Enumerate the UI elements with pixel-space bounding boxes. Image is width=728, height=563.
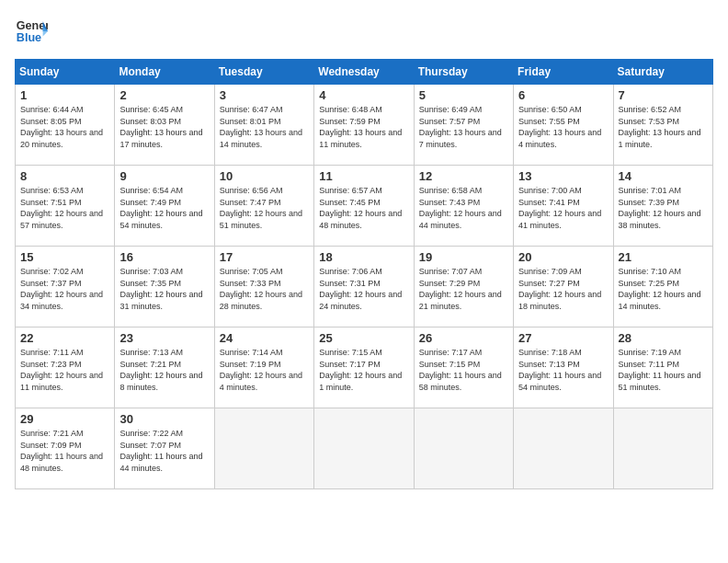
day-cell: 29 Sunrise: 7:21 AM Sunset: 7:09 PM Dayl…	[16, 408, 115, 489]
day-info: Sunrise: 6:54 AM Sunset: 7:49 PM Dayligh…	[119, 185, 209, 231]
day-number: 20	[518, 250, 608, 264]
day-number: 28	[619, 331, 708, 345]
day-info: Sunrise: 7:00 AM Sunset: 7:41 PM Dayligh…	[518, 185, 608, 231]
day-info: Sunrise: 7:15 AM Sunset: 7:17 PM Dayligh…	[319, 347, 408, 393]
day-info: Sunrise: 6:47 AM Sunset: 8:01 PM Dayligh…	[220, 104, 309, 150]
day-cell: 9 Sunrise: 6:54 AM Sunset: 7:49 PM Dayli…	[115, 166, 214, 247]
day-info: Sunrise: 7:09 AM Sunset: 7:27 PM Dayligh…	[518, 266, 608, 312]
day-number: 17	[220, 250, 309, 264]
day-info: Sunrise: 7:17 AM Sunset: 7:15 PM Dayligh…	[419, 347, 508, 393]
day-info: Sunrise: 7:10 AM Sunset: 7:25 PM Dayligh…	[619, 266, 708, 312]
day-cell: 4 Sunrise: 6:48 AM Sunset: 7:59 PM Dayli…	[314, 85, 414, 166]
header-sunday: Sunday	[16, 60, 115, 85]
page-header: General Blue	[15, 15, 713, 48]
day-info: Sunrise: 7:01 AM Sunset: 7:39 PM Dayligh…	[619, 185, 708, 231]
day-number: 12	[419, 169, 508, 183]
day-cell: 8 Sunrise: 6:53 AM Sunset: 7:51 PM Dayli…	[16, 166, 115, 247]
day-number: 6	[518, 88, 608, 102]
day-number: 16	[119, 250, 209, 264]
day-number: 3	[220, 88, 309, 102]
day-number: 19	[419, 250, 508, 264]
day-number: 9	[119, 169, 209, 183]
day-cell: 16 Sunrise: 7:03 AM Sunset: 7:35 PM Dayl…	[115, 247, 214, 327]
week-row-4: 29 Sunrise: 7:21 AM Sunset: 7:09 PM Dayl…	[16, 408, 713, 489]
day-info: Sunrise: 7:07 AM Sunset: 7:29 PM Dayligh…	[419, 266, 508, 312]
day-number: 5	[419, 88, 508, 102]
day-cell: 10 Sunrise: 6:56 AM Sunset: 7:47 PM Dayl…	[214, 166, 313, 247]
day-cell: 24 Sunrise: 7:14 AM Sunset: 7:19 PM Dayl…	[214, 327, 313, 408]
day-cell: 6 Sunrise: 6:50 AM Sunset: 7:55 PM Dayli…	[514, 85, 613, 166]
day-number: 8	[20, 169, 109, 183]
week-row-0: 1 Sunrise: 6:44 AM Sunset: 8:05 PM Dayli…	[16, 85, 713, 166]
day-info: Sunrise: 6:45 AM Sunset: 8:03 PM Dayligh…	[119, 104, 209, 150]
day-cell: 3 Sunrise: 6:47 AM Sunset: 8:01 PM Dayli…	[214, 85, 313, 166]
header-thursday: Thursday	[414, 60, 513, 85]
day-info: Sunrise: 7:21 AM Sunset: 7:09 PM Dayligh…	[20, 428, 109, 474]
calendar-table: SundayMondayTuesdayWednesdayThursdayFrid…	[15, 59, 713, 489]
day-info: Sunrise: 7:13 AM Sunset: 7:21 PM Dayligh…	[119, 347, 209, 393]
header-wednesday: Wednesday	[314, 60, 414, 85]
day-info: Sunrise: 6:52 AM Sunset: 7:53 PM Dayligh…	[619, 104, 708, 150]
day-number: 29	[20, 412, 109, 426]
day-cell: 21 Sunrise: 7:10 AM Sunset: 7:25 PM Dayl…	[613, 247, 712, 327]
day-cell: 30 Sunrise: 7:22 AM Sunset: 7:07 PM Dayl…	[115, 408, 214, 489]
day-number: 7	[619, 88, 708, 102]
day-cell: 11 Sunrise: 6:57 AM Sunset: 7:45 PM Dayl…	[314, 166, 414, 247]
day-number: 26	[419, 331, 508, 345]
day-number: 14	[619, 169, 708, 183]
day-info: Sunrise: 6:56 AM Sunset: 7:47 PM Dayligh…	[220, 185, 309, 231]
day-cell: 28 Sunrise: 7:19 AM Sunset: 7:11 PM Dayl…	[613, 327, 712, 408]
header-row: SundayMondayTuesdayWednesdayThursdayFrid…	[16, 60, 713, 85]
day-info: Sunrise: 7:22 AM Sunset: 7:07 PM Dayligh…	[119, 428, 209, 474]
day-cell: 2 Sunrise: 6:45 AM Sunset: 8:03 PM Dayli…	[115, 85, 214, 166]
day-cell: 15 Sunrise: 7:02 AM Sunset: 7:37 PM Dayl…	[16, 247, 115, 327]
day-info: Sunrise: 6:58 AM Sunset: 7:43 PM Dayligh…	[419, 185, 508, 231]
day-cell: 23 Sunrise: 7:13 AM Sunset: 7:21 PM Dayl…	[115, 327, 214, 408]
day-cell	[613, 408, 712, 489]
day-cell: 7 Sunrise: 6:52 AM Sunset: 7:53 PM Dayli…	[613, 85, 712, 166]
day-cell: 18 Sunrise: 7:06 AM Sunset: 7:31 PM Dayl…	[314, 247, 414, 327]
day-cell: 27 Sunrise: 7:18 AM Sunset: 7:13 PM Dayl…	[514, 327, 613, 408]
day-number: 25	[319, 331, 408, 345]
day-number: 24	[220, 331, 309, 345]
day-info: Sunrise: 6:50 AM Sunset: 7:55 PM Dayligh…	[518, 104, 608, 150]
day-cell	[314, 408, 414, 489]
day-cell	[514, 408, 613, 489]
day-number: 15	[20, 250, 109, 264]
day-number: 22	[20, 331, 109, 345]
day-info: Sunrise: 6:57 AM Sunset: 7:45 PM Dayligh…	[319, 185, 408, 231]
day-info: Sunrise: 7:03 AM Sunset: 7:35 PM Dayligh…	[119, 266, 209, 312]
day-cell: 25 Sunrise: 7:15 AM Sunset: 7:17 PM Dayl…	[314, 327, 414, 408]
day-number: 4	[319, 88, 408, 102]
day-number: 21	[619, 250, 708, 264]
day-info: Sunrise: 7:18 AM Sunset: 7:13 PM Dayligh…	[518, 347, 608, 393]
day-info: Sunrise: 7:19 AM Sunset: 7:11 PM Dayligh…	[619, 347, 708, 393]
day-cell: 20 Sunrise: 7:09 AM Sunset: 7:27 PM Dayl…	[514, 247, 613, 327]
header-saturday: Saturday	[613, 60, 712, 85]
day-cell: 17 Sunrise: 7:05 AM Sunset: 7:33 PM Dayl…	[214, 247, 313, 327]
day-number: 27	[518, 331, 608, 345]
day-info: Sunrise: 7:05 AM Sunset: 7:33 PM Dayligh…	[220, 266, 309, 312]
day-cell: 19 Sunrise: 7:07 AM Sunset: 7:29 PM Dayl…	[414, 247, 513, 327]
day-cell: 5 Sunrise: 6:49 AM Sunset: 7:57 PM Dayli…	[414, 85, 513, 166]
day-info: Sunrise: 7:11 AM Sunset: 7:23 PM Dayligh…	[20, 347, 109, 393]
header-friday: Friday	[514, 60, 613, 85]
day-number: 1	[20, 88, 109, 102]
week-row-2: 15 Sunrise: 7:02 AM Sunset: 7:37 PM Dayl…	[16, 247, 713, 327]
day-cell: 12 Sunrise: 6:58 AM Sunset: 7:43 PM Dayl…	[414, 166, 513, 247]
week-row-3: 22 Sunrise: 7:11 AM Sunset: 7:23 PM Dayl…	[16, 327, 713, 408]
day-cell: 22 Sunrise: 7:11 AM Sunset: 7:23 PM Dayl…	[16, 327, 115, 408]
day-number: 13	[518, 169, 608, 183]
logo: General Blue	[15, 15, 48, 48]
day-number: 23	[119, 331, 209, 345]
day-number: 11	[319, 169, 408, 183]
day-number: 2	[119, 88, 209, 102]
day-number: 30	[119, 412, 209, 426]
day-info: Sunrise: 6:53 AM Sunset: 7:51 PM Dayligh…	[20, 185, 109, 231]
day-number: 10	[220, 169, 309, 183]
day-info: Sunrise: 6:44 AM Sunset: 8:05 PM Dayligh…	[20, 104, 109, 150]
svg-text:Blue: Blue	[17, 31, 41, 44]
day-info: Sunrise: 7:06 AM Sunset: 7:31 PM Dayligh…	[319, 266, 408, 312]
logo-icon: General Blue	[15, 15, 48, 48]
day-cell: 14 Sunrise: 7:01 AM Sunset: 7:39 PM Dayl…	[613, 166, 712, 247]
